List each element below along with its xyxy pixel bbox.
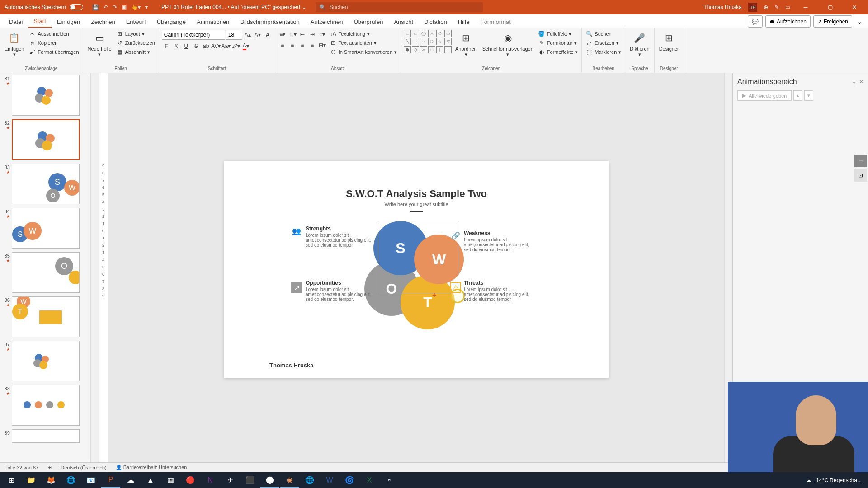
select-button[interactable]: ⬚Markieren ▾: [585, 48, 622, 56]
circle-t[interactable]: T: [401, 275, 455, 329]
language-status[interactable]: Deutsch (Österreich): [61, 465, 106, 470]
powerpoint-icon[interactable]: P: [101, 472, 120, 488]
bold-button[interactable]: F: [162, 42, 171, 51]
weather-icon[interactable]: ☁: [806, 477, 811, 483]
slide-thumbnails[interactable]: 31★ 32★ 33★SWO 34★SW 35★O 36★WT 37★ 38★ …: [0, 73, 90, 465]
align-text-button[interactable]: ⊡Text ausrichten ▾: [329, 39, 398, 47]
app-icon[interactable]: 🌐: [300, 472, 319, 488]
author-text[interactable]: Thomas Hruska: [269, 362, 314, 369]
align-left-button[interactable]: ≡: [278, 41, 287, 50]
shadow-button[interactable]: ab: [202, 42, 211, 51]
thumb-39[interactable]: 39: [2, 429, 88, 443]
firefox-icon[interactable]: 🦊: [42, 472, 61, 488]
vlc-icon[interactable]: ▲: [141, 472, 160, 488]
autosave-toggle[interactable]: Automatisches Speichern: [0, 4, 88, 10]
touch-icon[interactable]: 👆▾: [131, 4, 141, 10]
minimize-button[interactable]: ─: [797, 0, 815, 14]
chrome-icon[interactable]: 🌐: [61, 472, 80, 488]
obs-icon[interactable]: ⬤: [260, 472, 279, 488]
thumb-31[interactable]: 31★: [2, 75, 88, 116]
accessibility-status[interactable]: 👤 Barrierefreiheit: Untersuchen: [116, 465, 187, 470]
tab-animations[interactable]: Animationen: [191, 16, 235, 28]
undo-icon[interactable]: ↶: [104, 4, 108, 10]
thumb-36[interactable]: 36★WT: [2, 296, 88, 337]
slide-title[interactable]: S.W.O.T Analysis Sample Two: [242, 188, 590, 200]
strikethrough-button[interactable]: S̶: [192, 42, 201, 51]
thumb-37[interactable]: 37★: [2, 341, 88, 381]
layout-button[interactable]: ⊞Layout ▾: [115, 30, 156, 38]
app-icon[interactable]: ☁: [121, 472, 140, 488]
move-down-button[interactable]: ▾: [804, 90, 813, 101]
app-icon[interactable]: ◉: [280, 472, 299, 488]
slide-canvas[interactable]: S.W.O.T Analysis Sample Two Write here y…: [108, 73, 724, 465]
shrink-font-icon[interactable]: A▾: [253, 30, 262, 39]
shapes-gallery[interactable]: ▭▭◯△⬠▭ ╲→↔⬡☆▽ ⬢◇▱⬭{⋮: [404, 30, 452, 53]
spacing-button[interactable]: AV▾: [212, 42, 221, 51]
comments-button[interactable]: 💬: [748, 15, 763, 28]
start-button[interactable]: ⊞: [2, 472, 21, 488]
thumb-34[interactable]: 34★SW: [2, 208, 88, 249]
tab-view[interactable]: Ansicht: [388, 16, 419, 28]
align-center-button[interactable]: ≡: [288, 41, 297, 50]
current-slide[interactable]: S.W.O.T Analysis Sample Two Write here y…: [224, 161, 609, 378]
share-button[interactable]: ↗ Freigeben: [813, 15, 852, 28]
thumb-38[interactable]: 38★: [2, 385, 88, 426]
app-icon[interactable]: ▫: [380, 472, 399, 488]
outline-button[interactable]: ✎Formkontur ▾: [537, 39, 579, 47]
underline-button[interactable]: U: [182, 42, 191, 51]
sidetab-anim[interactable]: ▭: [854, 155, 867, 167]
vertical-ruler[interactable]: 9876543210123456789: [99, 73, 108, 465]
user-name[interactable]: Thomas Hruska: [703, 4, 742, 10]
strengths-text[interactable]: StrenghtsLorem ipsum dolor sit amet,cons…: [306, 225, 378, 248]
align-right-button[interactable]: ≡: [298, 41, 307, 50]
weather-text[interactable]: 14°C Regenscha...: [816, 477, 862, 483]
indent-left-button[interactable]: ⇤: [298, 30, 307, 39]
arrange-button[interactable]: ⊞Anordnen▾: [453, 30, 479, 58]
line-spacing-button[interactable]: ↕▾: [318, 30, 327, 39]
section-button[interactable]: ▤Abschnitt ▾: [115, 48, 156, 56]
toggle-switch[interactable]: [70, 4, 83, 10]
justify-button[interactable]: ≡: [308, 41, 317, 50]
fill-button[interactable]: 🪣Fülleffekt ▾: [537, 30, 579, 38]
tab-dictation[interactable]: Dictation: [419, 16, 453, 28]
app-icon[interactable]: ⬛: [241, 472, 259, 488]
ribbon-display-icon[interactable]: ▭: [785, 4, 790, 10]
tab-record[interactable]: Aufzeichnen: [305, 16, 349, 28]
font-color-button[interactable]: A▾: [241, 42, 250, 51]
opportunities-text[interactable]: OpportunitiesLorem ipsum dolor sit amet,…: [306, 280, 378, 302]
pen-icon[interactable]: ✎: [774, 4, 779, 10]
telegram-icon[interactable]: ✈: [221, 472, 240, 488]
format-painter-button[interactable]: 🖌Format übertragen: [28, 48, 80, 56]
maximize-button[interactable]: ▢: [821, 0, 839, 14]
document-title[interactable]: PPT 01 Roter Faden 004... • Auf "diesem …: [152, 4, 316, 10]
search-input[interactable]: 🔍 Suchen: [316, 2, 483, 12]
thumb-33[interactable]: 33★SWO: [2, 164, 88, 204]
reset-button[interactable]: ↺Zurücksetzen: [115, 39, 156, 47]
play-all-button[interactable]: ▶ Alle wiedergeben: [737, 90, 792, 101]
effects-button[interactable]: ◐Formeffekte ▾: [537, 48, 579, 56]
tab-transitions[interactable]: Übergänge: [151, 16, 191, 28]
new-slide-button[interactable]: ▭Neue Folie▾: [86, 30, 113, 58]
font-name-combo[interactable]: Calibri (Textkörper): [162, 30, 225, 40]
numbering-button[interactable]: ⒈▾: [288, 30, 297, 39]
close-button[interactable]: ✕: [845, 0, 863, 14]
excel-icon[interactable]: X: [360, 472, 379, 488]
move-up-button[interactable]: ▴: [793, 90, 802, 101]
tab-review[interactable]: Überprüfen: [348, 16, 388, 28]
save-icon[interactable]: 💾: [92, 4, 99, 10]
onenote-icon[interactable]: N: [201, 472, 220, 488]
slide-counter[interactable]: Folie 32 von 87: [5, 465, 38, 470]
tab-shapeformat[interactable]: Formformat: [475, 16, 516, 28]
explorer-icon[interactable]: 📁: [22, 472, 41, 488]
thumb-35[interactable]: 35★O: [2, 252, 88, 293]
weakness-text[interactable]: WeaknessLorem ipsum dolor sit amet,conse…: [464, 230, 536, 252]
circle-w[interactable]: W: [414, 235, 464, 284]
sidetab-other[interactable]: ⊡: [854, 169, 867, 182]
tab-file[interactable]: Datei: [4, 16, 28, 28]
qat-more-icon[interactable]: ▾: [145, 4, 148, 10]
app-icon[interactable]: 🔴: [181, 472, 200, 488]
dictate-button[interactable]: 🎤Diktieren▾: [628, 30, 651, 58]
case-button[interactable]: Aa▾: [222, 42, 231, 51]
slide-subtitle[interactable]: Write here your great subtitle: [242, 202, 590, 207]
edge-icon[interactable]: 🌀: [340, 472, 359, 488]
